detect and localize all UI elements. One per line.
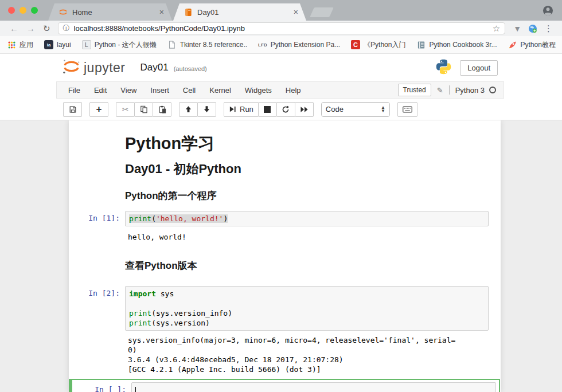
bookmark-layui[interactable]: la layui [44,40,71,49]
menu-view[interactable]: View [114,86,143,95]
notebook-toolbar: + ✂ [0,99,562,120]
bookmark-python-intro[interactable]: C 《Python入门 [351,40,405,50]
output-cell-2: sys.version_info(major=3, minor=6, micro… [69,335,501,374]
translate-globe-icon[interactable] [525,24,541,33]
csdn-icon: C [351,40,360,49]
fast-forward-icon [300,106,309,113]
cell-type-value: Code [326,105,381,113]
code-input-3[interactable] [131,382,496,392]
autosave-status: (autosaved) [174,63,207,72]
tab-day01[interactable]: Day01 × [173,3,306,21]
heading-day01: Day01 - 初始Python [125,162,489,177]
output-cell-1: hello, world! [69,232,501,242]
kernel-idle-indicator-icon [489,87,496,93]
code-input-2[interactable]: import sys print(sys.version_info) print… [125,286,489,331]
trusted-button[interactable]: Trusted [398,84,431,96]
tab-day01-label: Day01 [197,8,291,17]
bookmark-cookbook[interactable]: Python Cookbook 3r... [416,40,497,49]
select-arrows-icon: ▲▼ [381,106,385,113]
python-logo-icon [435,58,452,77]
move-cell-up-button[interactable] [179,102,198,117]
move-cell-down-button[interactable] [197,102,216,117]
new-tab-button[interactable] [310,7,334,17]
document-icon [167,40,177,49]
bookmarks-bar: 应用 la layui L Python - 这个人很懒 Tkinter 8.5… [0,36,562,54]
menu-widgets[interactable]: Widgets [238,86,279,95]
divider [449,85,450,95]
tab-home-label: Home [72,8,157,17]
tab-day01-close-icon[interactable]: × [291,7,300,17]
bookmark-star-icon[interactable]: ☆ [493,23,500,34]
heading-first-program: Python的第一个程序 [125,190,489,202]
bookmark-python-blog[interactable]: L Python - 这个人很懒 [82,40,157,50]
arrow-down-icon [203,105,210,113]
markdown-cell-title: Python学习 Day01 - 初始Python Python的第一个程序 [69,134,501,211]
logout-button[interactable]: Logout [460,60,498,76]
restart-icon [282,105,290,113]
chrome-menu-icon[interactable]: ⋮ [541,23,556,34]
menu-help[interactable]: Help [279,86,308,95]
input-prompt: In [ ]: [75,382,131,392]
code-cell-3-selected[interactable]: In [ ]: [69,379,500,392]
paste-cell-button[interactable] [153,102,171,117]
cell-type-select[interactable]: Code ▲▼ [321,102,390,117]
plus-icon: + [96,104,102,114]
forward-icon[interactable]: → [22,23,39,33]
save-button[interactable] [63,102,82,117]
download-manager-icon[interactable]: ▼ [510,24,525,33]
rocket-icon [508,40,517,49]
menu-row: File Edit View Insert Cell Kernel Widget… [0,81,562,99]
text-cursor [135,387,136,392]
menu-kernel[interactable]: Kernel [202,86,238,95]
copy-cell-button[interactable] [134,102,153,117]
add-cell-button[interactable]: + [89,102,108,117]
bookmark-label: layui [57,41,71,49]
cut-cell-button[interactable]: ✂ [116,102,135,117]
notebook-scroll-area[interactable]: Python学习 Day01 - 初始Python Python的第一个程序 I… [0,120,562,392]
window-close-button[interactable] [8,7,15,14]
profile-avatar-icon[interactable] [543,5,553,18]
window-zoom-button[interactable] [31,7,38,14]
back-icon[interactable]: ← [6,23,22,33]
jupyter-logo-icon[interactable] [62,58,81,77]
layui-icon: la [44,40,53,49]
command-palette-button[interactable] [397,102,417,117]
bookmark-tkinter[interactable]: Tkinter 8.5 reference.. [167,40,247,49]
step-forward-icon [229,105,236,113]
code-input-1[interactable]: print('hello, world!') [125,211,489,226]
run-label: Run [240,105,253,113]
bookmark-extension-packages[interactable]: LFD Python Extension Pa... [258,40,340,49]
bookmark-python-tutorial[interactable]: Python教程 [508,40,556,50]
url-text[interactable]: localhost:8888/notebooks/PythonCode/Day0… [74,24,493,33]
arrow-up-icon [185,105,192,113]
bookmark-label: Python教程 [521,40,556,50]
interrupt-kernel-button[interactable] [258,102,277,117]
copy-icon [140,105,148,113]
restart-kernel-button[interactable] [276,102,295,117]
jupyter-favicon-icon [58,7,68,17]
output-line: 3.6.4 (v3.6.4:d48ecebad5, Dec 18 2017, 2… [125,355,489,364]
menu-insert[interactable]: Insert [143,86,176,95]
notebook-title[interactable]: Day01 [140,62,169,73]
jupyter-wordmark[interactable]: jupyter [84,60,126,76]
window-minimize-button[interactable] [19,7,26,14]
page-info-icon[interactable]: ⓘ [63,23,70,33]
tab-home[interactable]: Home × [48,3,172,21]
menu-edit[interactable]: Edit [87,86,114,95]
menu-cell[interactable]: Cell [176,86,202,95]
restart-run-all-button[interactable] [295,102,314,117]
edit-pencil-icon[interactable]: ✎ [437,86,443,95]
chrome-tab-bar: Home × Day01 × [0,0,562,21]
run-cell-button[interactable]: Run [224,102,259,117]
markdown-cell-version: 查看Python版本 [69,260,501,286]
bookmark-label: 应用 [19,40,33,50]
jupyter-header: jupyter Day01 (autosaved) Logout [0,54,562,81]
menu-file[interactable]: File [61,86,87,95]
tab-home-close-icon[interactable]: × [157,7,166,17]
output-text: hello, world! [125,232,489,242]
reload-icon[interactable]: ↻ [39,23,54,34]
kernel-name: Python 3 [455,86,485,95]
address-bar[interactable]: ⓘ localhost:8888/notebooks/PythonCode/Da… [58,22,506,34]
bookmark-apps[interactable]: 应用 [7,40,33,50]
paste-icon [158,105,166,113]
